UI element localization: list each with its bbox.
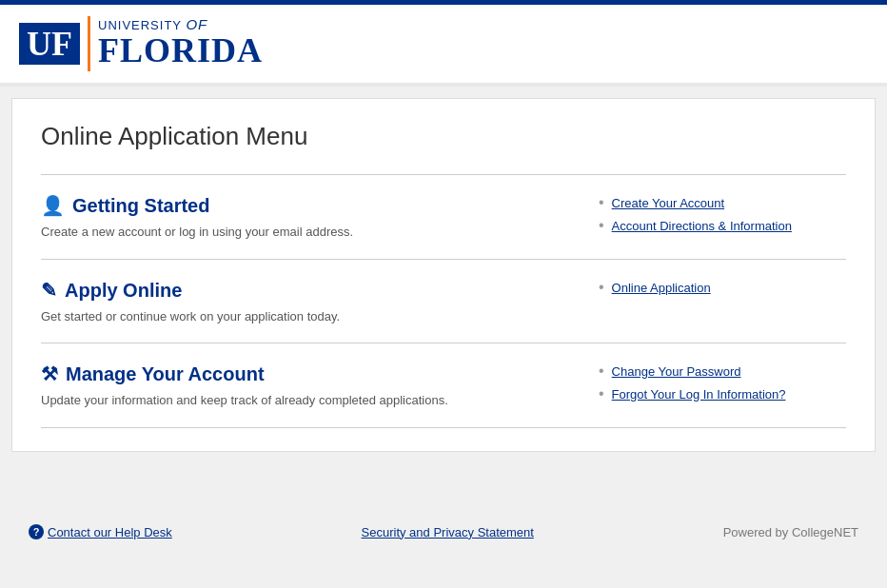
change-password-link[interactable]: Change Your Password [612, 364, 741, 379]
list-item: Online Application [599, 279, 846, 296]
content-area: Online Application Menu 👤 Getting Starte… [11, 98, 876, 452]
section-left-getting-started: 👤 Getting Started Create a new account o… [41, 194, 580, 240]
link-list-getting-started: Create Your Account Account Directions &… [599, 194, 846, 234]
privacy-statement-link[interactable]: Security and Privacy Statement [362, 525, 534, 539]
section-apply-online: ✎ Apply Online Get started or continue w… [41, 259, 846, 343]
user-icon: 👤 [41, 194, 65, 217]
section-right-manage-account: Change Your Password Forgot Your Log In … [580, 363, 846, 408]
list-item: Change Your Password [599, 363, 846, 380]
section-title-apply-online: ✎ Apply Online [41, 279, 561, 302]
logo-text-block: UNIVERSITY of FLORIDA [98, 17, 263, 70]
section-desc-apply-online: Get started or continue work on your app… [41, 309, 561, 323]
section-title-manage-account: ⚒ Manage Your Account [41, 363, 561, 385]
create-account-link[interactable]: Create Your Account [612, 196, 725, 210]
section-desc-manage-account: Update your information and keep track o… [41, 393, 561, 407]
section-left-manage-account: ⚒ Manage Your Account Update your inform… [41, 363, 580, 408]
header: UF UNIVERSITY of FLORIDA [0, 5, 887, 87]
footer-spacer [0, 452, 887, 509]
account-directions-link[interactable]: Account Directions & Information [612, 219, 792, 233]
link-list-apply-online: Online Application [599, 279, 846, 296]
list-item: Create Your Account [599, 194, 846, 211]
logo-florida-text: FLORIDA [98, 32, 263, 70]
link-list-manage-account: Change Your Password Forgot Your Log In … [599, 363, 846, 402]
main-wrapper: Online Application Menu 👤 Getting Starte… [0, 98, 887, 509]
logo-university-text: UNIVERSITY of [98, 17, 263, 33]
section-left-apply-online: ✎ Apply Online Get started or continue w… [41, 279, 580, 323]
wrench-icon: ⚒ [41, 363, 58, 385]
section-title-getting-started: 👤 Getting Started [41, 194, 561, 217]
page-title: Online Application Menu [41, 122, 846, 151]
footer: ? Contact our Help Desk Security and Pri… [0, 509, 887, 555]
help-icon: ? [29, 524, 44, 539]
list-item: Account Directions & Information [599, 217, 846, 234]
logo-divider [88, 16, 90, 71]
section-getting-started: 👤 Getting Started Create a new account o… [41, 174, 846, 259]
online-application-link[interactable]: Online Application [612, 281, 711, 295]
uf-logo: UF UNIVERSITY of FLORIDA [19, 16, 263, 71]
section-desc-getting-started: Create a new account or log in using you… [41, 225, 561, 239]
section-right-getting-started: Create Your Account Account Directions &… [580, 194, 846, 240]
list-item: Forgot Your Log In Information? [599, 385, 846, 402]
forgot-login-link[interactable]: Forgot Your Log In Information? [612, 387, 786, 402]
help-desk-link[interactable]: ? Contact our Help Desk [29, 524, 172, 539]
edit-icon: ✎ [41, 279, 57, 302]
logo-uf-box: UF [19, 23, 80, 65]
section-manage-account: ⚒ Manage Your Account Update your inform… [41, 343, 846, 428]
powered-by: Powered by CollegeNET [723, 525, 858, 539]
section-right-apply-online: Online Application [580, 279, 846, 323]
